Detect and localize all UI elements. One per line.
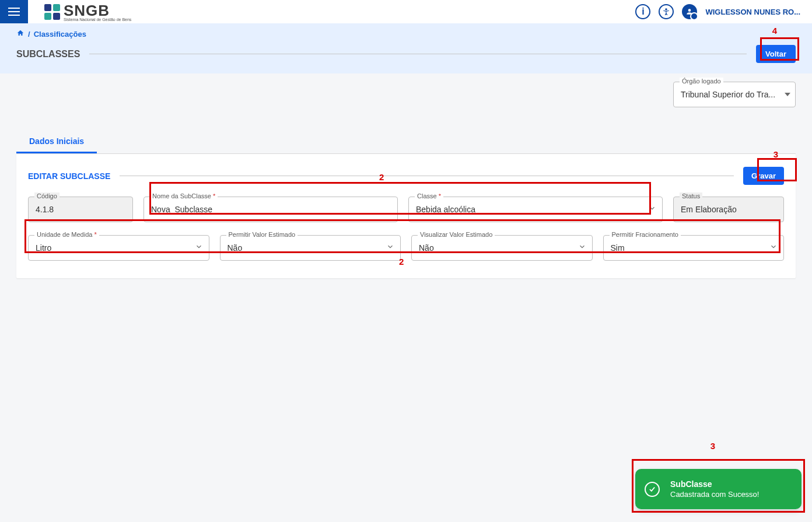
chevron-down-icon xyxy=(769,243,778,253)
annotation-3-label: 3 xyxy=(774,149,778,159)
breadcrumb-separator: / xyxy=(28,30,30,38)
nome-label: Nome da SubClasse * xyxy=(150,192,218,199)
classe-select[interactable]: Classe * Bebida alcoólica xyxy=(408,197,663,222)
status-label: Status xyxy=(680,192,702,199)
codigo-field: Código 4.1.8 xyxy=(28,197,133,222)
gravar-button[interactable]: Gravar xyxy=(743,167,784,185)
logo-name: SNGB xyxy=(64,2,110,19)
voltar-button[interactable]: Voltar xyxy=(756,45,796,63)
unidade-medida-select[interactable]: Unidade de Medida * Litro xyxy=(28,235,209,261)
perm-frac-value: Sim xyxy=(611,243,625,253)
orgao-value: Tribunal Superior do Tra... xyxy=(681,90,775,99)
orgao-logado-select[interactable]: Órgão logado Tribunal Superior do Tra... xyxy=(673,82,796,107)
topbar: SNGB Sistema Nacional de Gestão de Bens … xyxy=(0,0,812,23)
status-field: Status Em Elaboração xyxy=(673,197,784,222)
tab-dados-iniciais[interactable]: Dados Iniciais xyxy=(16,131,97,153)
title-divider xyxy=(89,54,747,54)
user-avatar-icon[interactable] xyxy=(682,4,697,19)
annotation-2-label-bottom: 2 xyxy=(399,257,404,267)
logo-subtitle: Sistema Nacional de Gestão de Bens xyxy=(64,17,131,22)
accessibility-icon[interactable] xyxy=(659,4,674,19)
codigo-value: 4.1.8 xyxy=(36,205,54,214)
annotation-4-label: 4 xyxy=(772,26,777,36)
status-value: Em Elaboração xyxy=(681,205,737,214)
un-med-value: Litro xyxy=(36,243,51,253)
codigo-label: Código xyxy=(34,192,60,199)
chevron-down-icon xyxy=(386,243,394,253)
svg-rect-1 xyxy=(8,11,20,12)
page-title: SUBCLASSES xyxy=(16,49,80,59)
chevron-down-icon xyxy=(195,243,203,253)
annotation-2-label-top: 2 xyxy=(379,172,384,182)
un-med-label: Unidade de Medida * xyxy=(34,231,99,238)
home-icon xyxy=(16,29,24,37)
toast-title: SubClasse xyxy=(670,479,788,489)
card-title: EDITAR SUBCLASSE xyxy=(28,171,110,181)
svg-rect-0 xyxy=(8,8,20,9)
nome-input[interactable] xyxy=(151,205,390,214)
chevron-down-icon xyxy=(578,243,586,253)
annotation-3-label-toast: 3 xyxy=(710,441,715,451)
success-toast: SubClasse Cadastrada com Sucesso! xyxy=(635,469,802,509)
logo[interactable]: SNGB Sistema Nacional de Gestão de Bens xyxy=(44,2,131,22)
vis-val-value: Não xyxy=(419,243,434,253)
check-circle-icon xyxy=(645,482,660,497)
perm-frac-label: Permitir Fracionamento xyxy=(610,231,681,238)
breadcrumb-item[interactable]: Classificações xyxy=(34,30,86,38)
svg-point-3 xyxy=(666,9,667,10)
perm-val-label: Permitir Valor Estimado xyxy=(226,231,298,238)
card-divider xyxy=(120,176,734,176)
permitir-fracionamento-select[interactable]: Permitir Fracionamento Sim xyxy=(603,235,785,261)
classe-value: Bebida alcoólica xyxy=(416,205,475,214)
toast-message: Cadastrada com Sucesso! xyxy=(670,490,788,499)
breadcrumb: / Classificações xyxy=(16,29,796,39)
visualizar-valor-select[interactable]: Visualizar Valor Estimado Não xyxy=(411,235,593,261)
svg-rect-2 xyxy=(8,15,20,16)
chevron-down-icon xyxy=(648,204,656,215)
vis-val-label: Visualizar Valor Estimado xyxy=(418,231,495,238)
breadcrumb-band: / Classificações SUBCLASSES Voltar xyxy=(0,23,812,73)
hamburger-menu[interactable] xyxy=(0,0,28,23)
orgao-legend: Órgão logado xyxy=(680,78,723,85)
permitir-valor-select[interactable]: Permitir Valor Estimado Não xyxy=(220,235,401,261)
form-card: EDITAR SUBCLASSE Gravar Código 4.1.8 Nom… xyxy=(16,154,796,278)
info-icon[interactable]: i xyxy=(635,4,650,19)
perm-val-value: Não xyxy=(228,243,243,253)
nome-subclasse-input[interactable]: Nome da SubClasse * xyxy=(144,197,398,222)
tabs: Dados Iniciais xyxy=(16,131,796,154)
hamburger-icon xyxy=(8,8,20,16)
logo-icon xyxy=(44,4,60,20)
breadcrumb-home[interactable] xyxy=(16,29,24,39)
user-name[interactable]: WIGLESSON NUNES RO... xyxy=(705,8,800,16)
classe-label: Classe * xyxy=(415,192,443,199)
chevron-down-icon xyxy=(785,93,790,96)
